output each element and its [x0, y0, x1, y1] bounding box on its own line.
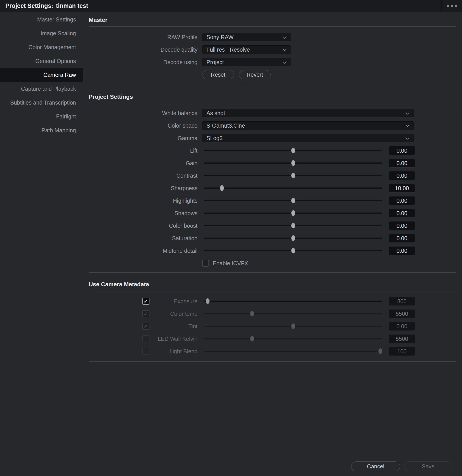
chevron-down-icon — [405, 110, 410, 115]
white-balance-dropdown[interactable]: As shot — [202, 109, 414, 117]
color-temp-slider[interactable] — [202, 309, 384, 318]
slider-knob[interactable] — [291, 210, 295, 216]
sidebar-item-master-settings[interactable]: Master Settings — [0, 13, 83, 26]
lift-label: Lift — [89, 147, 197, 154]
color-space-dropdown[interactable]: S-Gamut3.Cine — [202, 121, 414, 130]
sidebar-item-capture-and-playback[interactable]: Capture and Playback — [0, 82, 83, 96]
color-space-label: Color space — [89, 122, 197, 129]
raw-profile-dropdown[interactable]: Sony RAW — [202, 33, 291, 41]
light-blend-slider[interactable] — [202, 347, 384, 356]
slider-track — [204, 200, 382, 201]
exposure-slider[interactable] — [202, 297, 384, 306]
sidebar-item-camera-raw[interactable]: Camera Raw — [0, 68, 83, 82]
light-blend-checkbox[interactable] — [142, 348, 150, 355]
enable-icvfx-checkbox[interactable] — [202, 260, 209, 267]
color-temp-value-field[interactable]: 5500 — [389, 309, 415, 318]
camera-raw-panel: Master RAW Profile Sony RAW Decode quali… — [83, 12, 462, 476]
exposure-checkbox[interactable]: ✓ — [142, 298, 150, 305]
sidebar-item-fairlight[interactable]: Fairlight — [0, 110, 83, 123]
chevron-down-icon — [283, 35, 287, 39]
contrast-label: Contrast — [89, 172, 197, 179]
color-space-value: S-Gamut3.Cine — [206, 122, 245, 129]
tint-row: ✓ Tint 0.00 — [89, 320, 456, 332]
shadows-slider[interactable] — [202, 209, 384, 218]
gamma-label: Gamma — [89, 135, 197, 141]
chevron-down-icon — [283, 60, 287, 64]
midtone-detail-label: Midtone detail — [89, 248, 197, 254]
slider-knob[interactable] — [291, 160, 295, 166]
color-temp-checkbox[interactable]: ✓ — [142, 310, 150, 317]
options-menu-button[interactable] — [441, 0, 462, 12]
slider-knob[interactable] — [378, 348, 382, 354]
sidebar-item-path-mapping[interactable]: Path Mapping — [0, 123, 83, 137]
tint-checkbox[interactable]: ✓ — [142, 323, 150, 330]
saturation-value-field[interactable]: 0.00 — [389, 234, 415, 243]
tint-slider[interactable] — [202, 322, 384, 331]
contrast-slider[interactable] — [202, 171, 384, 180]
slider-knob[interactable] — [291, 235, 295, 241]
enable-icvfx-row: Enable ICVFX — [89, 257, 456, 270]
sidebar-item-general-options[interactable]: General Options — [0, 54, 83, 68]
tint-value-field[interactable]: 0.00 — [389, 322, 415, 331]
highlights-value-field[interactable]: 0.00 — [389, 196, 415, 205]
midtone-detail-slider[interactable] — [202, 246, 384, 255]
color-boost-row: Color boost 0.00 — [89, 220, 456, 232]
led-wall-kelvin-label: LED Wall Kelvin — [150, 336, 197, 342]
slider-knob[interactable] — [250, 311, 254, 316]
contrast-row: Contrast 0.00 — [89, 170, 456, 182]
reset-button[interactable]: Reset — [202, 70, 234, 79]
slider-track — [204, 313, 382, 314]
slider-knob[interactable] — [291, 198, 295, 203]
color-boost-value-field[interactable]: 0.00 — [389, 221, 415, 230]
gain-slider[interactable] — [202, 159, 384, 168]
sharpness-value-field[interactable]: 10.00 — [389, 184, 415, 193]
chevron-down-icon — [405, 136, 410, 140]
lift-value-field[interactable]: 0.00 — [389, 146, 415, 155]
slider-knob[interactable] — [291, 323, 295, 329]
decode-using-dropdown[interactable]: Project — [202, 58, 291, 66]
chevron-down-icon — [405, 123, 410, 127]
light-blend-value-field[interactable]: 100 — [389, 347, 415, 356]
decode-quality-dropdown[interactable]: Full res - Resolve — [202, 45, 291, 54]
lift-row: Lift 0.00 — [89, 144, 456, 157]
cancel-button[interactable]: Cancel — [351, 461, 400, 471]
saturation-slider[interactable] — [202, 234, 384, 243]
gamma-dropdown[interactable]: SLog3 — [202, 134, 414, 142]
gamma-value: SLog3 — [206, 135, 223, 141]
project-name: tinman test — [56, 2, 88, 9]
lift-slider[interactable] — [202, 146, 384, 155]
slider-track — [204, 225, 382, 226]
exposure-value-field[interactable]: 800 — [389, 297, 415, 306]
tint-label: Tint — [150, 323, 197, 330]
settings-sidebar: Master Settings Image Scaling Color Mana… — [0, 12, 83, 476]
slider-knob[interactable] — [291, 148, 295, 153]
contrast-value-field[interactable]: 0.00 — [389, 171, 415, 180]
slider-knob[interactable] — [291, 248, 295, 253]
led-wall-kelvin-slider[interactable] — [202, 334, 384, 343]
decode-using-row: Decode using Project — [89, 56, 456, 68]
midtone-detail-value-field[interactable]: 0.00 — [389, 246, 415, 255]
title-bar: Project Settings:tinman test — [0, 0, 462, 12]
sidebar-item-subtitles-and-transcription[interactable]: Subtitles and Transcription — [0, 96, 83, 110]
color-temp-label: Color temp — [150, 311, 197, 317]
revert-button[interactable]: Revert — [239, 70, 270, 79]
slider-knob[interactable] — [291, 223, 295, 228]
decode-quality-label: Decode quality — [89, 46, 197, 53]
sharpness-slider[interactable] — [202, 184, 384, 193]
highlights-slider[interactable] — [202, 196, 384, 205]
led-wall-kelvin-checkbox[interactable] — [142, 335, 150, 342]
slider-knob[interactable] — [250, 336, 254, 341]
sidebar-item-color-management[interactable]: Color Management — [0, 40, 83, 54]
save-button[interactable]: Save — [404, 461, 452, 471]
project-settings-section: White balance As shot Color space S-Gamu… — [89, 104, 456, 273]
master-section: RAW Profile Sony RAW Decode quality Full… — [89, 26, 456, 85]
slider-knob[interactable] — [220, 185, 224, 191]
color-boost-slider[interactable] — [202, 221, 384, 230]
gain-label: Gain — [89, 160, 197, 167]
slider-knob[interactable] — [206, 298, 210, 304]
gain-value-field[interactable]: 0.00 — [389, 159, 415, 168]
shadows-value-field[interactable]: 0.00 — [389, 209, 415, 218]
slider-knob[interactable] — [291, 173, 295, 178]
led-wall-kelvin-value-field[interactable]: 5500 — [389, 334, 415, 343]
sidebar-item-image-scaling[interactable]: Image Scaling — [0, 26, 83, 40]
